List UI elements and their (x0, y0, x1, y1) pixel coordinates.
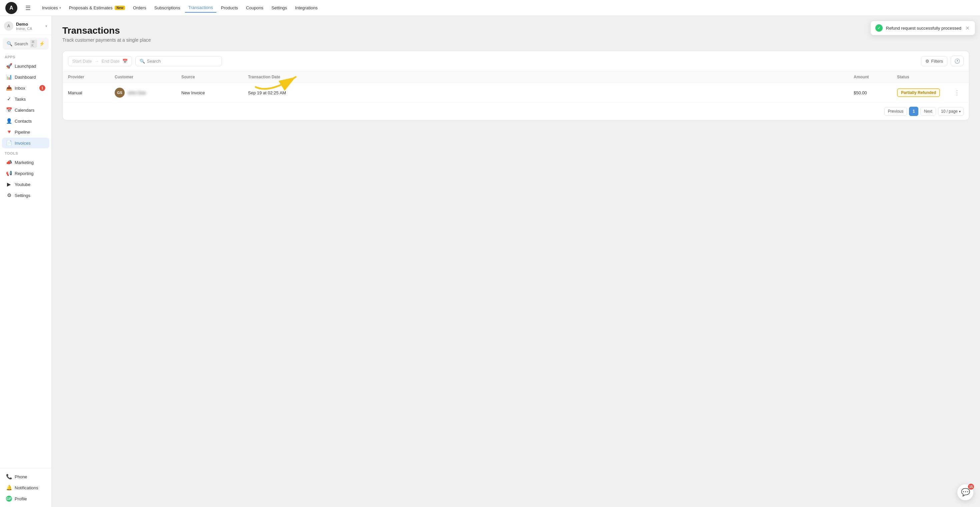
user-name: Demo (16, 22, 43, 27)
nav-link-integrations[interactable]: Integrations (292, 3, 321, 12)
search-shortcut: ⌘ K (30, 40, 37, 48)
pipeline-icon: 🔻 (6, 129, 12, 135)
sidebar-item-phone[interactable]: 📞Phone (2, 471, 49, 482)
search-placeholder: Search (147, 59, 161, 64)
sidebar-item-inbox[interactable]: 📥Inbox1 (2, 83, 49, 93)
inbox-icon: 📥 (6, 85, 12, 91)
sidebar-item-label: Invoices (15, 141, 31, 146)
settings-icon: ⚙ (6, 192, 12, 198)
sidebar-item-invoices[interactable]: 📄Invoices (2, 138, 49, 148)
sidebar-user[interactable]: A Demo Irvine, CA ▾ (0, 19, 51, 35)
profile-avatar: GP (6, 496, 12, 502)
provider-cell: Manual (68, 91, 115, 95)
history-button[interactable]: 🕐 (951, 56, 964, 66)
sidebar-item-label: Profile (15, 496, 27, 501)
marketing-icon: 📣 (6, 159, 12, 165)
per-page-selector[interactable]: 10 / page ▾ (938, 107, 964, 116)
toast-close-button[interactable]: ✕ (965, 25, 970, 31)
table-header-3: Transaction Date (248, 75, 854, 79)
transactions-card: Start Date → End Date 📅 🔍 Search ⚙ Filte… (62, 51, 969, 120)
table-body: Manual GS John Doe New Invoice Sep 19 at… (63, 83, 969, 103)
sidebar-item-pipeline[interactable]: 🔻Pipeline (2, 127, 49, 137)
current-page: 1 (909, 106, 918, 116)
avatar: A (4, 21, 13, 31)
chat-icon: 💬 (961, 488, 970, 497)
source-cell: New Invoice (181, 91, 248, 95)
sidebar-item-contacts[interactable]: 👤Contacts (2, 116, 49, 126)
customer-name: John Doe (127, 91, 146, 95)
calendars-icon: 📅 (6, 107, 12, 113)
bolt-icon: ⚡ (39, 41, 45, 46)
table-header-1: Customer (115, 75, 181, 79)
dashboard-icon: 📊 (6, 74, 12, 80)
sidebar-item-label: Pipeline (15, 130, 30, 135)
page-title: Transactions (62, 25, 969, 36)
per-page-label: 10 / page (941, 109, 958, 114)
nav-link-transactions[interactable]: Transactions (185, 3, 216, 13)
chat-button[interactable]: 💬 15 (957, 484, 973, 500)
filters-label: Filters (931, 59, 943, 64)
sidebar-item-label: Dashboard (15, 75, 36, 79)
nav-link-settings[interactable]: Settings (268, 3, 290, 12)
arrow-right-icon: → (95, 59, 99, 64)
sidebar-item-youtube[interactable]: ▶Youtube (2, 179, 49, 190)
next-button[interactable]: Next (920, 107, 936, 116)
nav-link-coupons[interactable]: Coupons (243, 3, 267, 12)
reporting-icon: 📢 (6, 170, 12, 176)
row-more-button[interactable]: ⋮ (950, 89, 964, 96)
apps-section-label: Apps (0, 52, 51, 60)
hamburger-button[interactable]: ☰ (24, 3, 32, 13)
notifications-icon: 🔔 (6, 485, 12, 491)
chevron-icon: ▾ (59, 6, 61, 10)
table-header-0: Provider (68, 75, 115, 79)
tasks-icon: ✓ (6, 96, 12, 102)
nav-link-subscriptions[interactable]: Subscriptions (151, 3, 184, 12)
top-nav: A ☰ Invoices▾Proposals & EstimatesNewOrd… (0, 0, 980, 16)
sidebar-item-label: Contacts (15, 119, 32, 124)
sidebar-item-tasks[interactable]: ✓Tasks (2, 94, 49, 104)
sidebar-item-launchpad[interactable]: 🚀Launchpad (2, 61, 49, 72)
nav-link-orders[interactable]: Orders (130, 3, 150, 12)
filters-button[interactable]: ⚙ Filters (921, 56, 947, 66)
nav-link-invoices[interactable]: Invoices▾ (39, 3, 64, 12)
sidebar-item-notifications[interactable]: 🔔Notifications (2, 482, 49, 493)
table-header-2: Source (181, 75, 248, 79)
nav-link-proposals[interactable]: Proposals & EstimatesNew (66, 3, 128, 12)
main-layout: A Demo Irvine, CA ▾ 🔍 Search ⌘ K ⚡ Apps … (0, 16, 980, 507)
card-toolbar: Start Date → End Date 📅 🔍 Search ⚙ Filte… (63, 51, 969, 72)
content-area: ✓ Refund request successfully processed … (52, 16, 980, 507)
search-icon: 🔍 (140, 59, 145, 64)
sidebar-item-calendars[interactable]: 📅Calendars (2, 105, 49, 115)
sidebar-apps: 🚀Launchpad📊Dashboard📥Inbox1✓Tasks📅Calend… (0, 60, 51, 149)
sidebar-item-label: Calendars (15, 108, 34, 113)
sidebar-item-label: Reporting (15, 171, 33, 176)
pagination: Previous 1 Next 10 / page ▾ (63, 103, 969, 120)
launchpad-icon: 🚀 (6, 63, 12, 69)
calendar-icon: 📅 (123, 59, 128, 64)
nav-link-products[interactable]: Products (218, 3, 241, 12)
table-row: Manual GS John Doe New Invoice Sep 19 at… (63, 83, 969, 103)
contacts-icon: 👤 (6, 118, 12, 124)
start-date-picker[interactable]: Start Date → End Date 📅 (68, 56, 132, 66)
customer-cell: GS John Doe (115, 87, 181, 98)
search-label: Search (14, 41, 28, 46)
sidebar: A Demo Irvine, CA ▾ 🔍 Search ⌘ K ⚡ Apps … (0, 16, 52, 507)
table-header-6 (950, 75, 964, 79)
end-date-label: End Date (102, 59, 120, 64)
previous-button[interactable]: Previous (885, 107, 907, 116)
search-button[interactable]: 🔍 Search ⌘ K ⚡ (3, 38, 49, 50)
date-cell: Sep 19 at 02:25 AM (248, 91, 854, 95)
sidebar-item-dashboard[interactable]: 📊Dashboard (2, 72, 49, 82)
sidebar-item-marketing[interactable]: 📣Marketing (2, 157, 49, 168)
sidebar-item-label: Tasks (15, 97, 25, 102)
customer-avatar: GS (115, 87, 125, 98)
sidebar-item-label: Launchpad (15, 64, 36, 69)
sidebar-item-settings[interactable]: ⚙Settings (2, 190, 49, 201)
search-box[interactable]: 🔍 Search (135, 56, 222, 66)
sidebar-item-profile[interactable]: GPProfile (2, 493, 49, 504)
toast-notification: ✓ Refund request successfully processed … (870, 21, 975, 35)
sidebar-item-reporting[interactable]: 📢Reporting (2, 168, 49, 179)
status-cell: Partially Refunded (897, 88, 950, 97)
sidebar-item-label: Inbox (15, 86, 25, 91)
toast-message: Refund request successfully processed (886, 25, 961, 31)
